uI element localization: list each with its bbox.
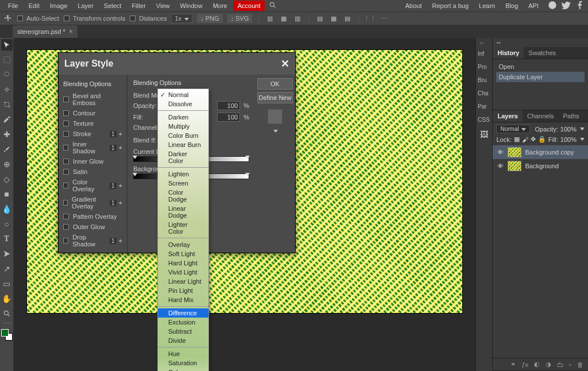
visibility-icon[interactable]: 👁 bbox=[496, 163, 504, 169]
lock-transparent-icon[interactable]: ▦ bbox=[514, 136, 520, 143]
search-icon[interactable] bbox=[266, 1, 280, 11]
wand-tool[interactable]: ✧ bbox=[1, 84, 13, 95]
layer-name[interactable]: Background copy bbox=[525, 149, 574, 156]
align-right-icon[interactable]: ▥ bbox=[293, 14, 302, 23]
close-dialog-icon[interactable]: ✕ bbox=[281, 57, 289, 70]
pen-tool[interactable] bbox=[1, 248, 13, 260]
align-left-icon[interactable]: ▥ bbox=[265, 14, 274, 23]
collapse-left-icon[interactable]: ‹› bbox=[479, 39, 483, 46]
link-learn[interactable]: Learn bbox=[474, 1, 500, 11]
healing-tool[interactable]: ✚ bbox=[1, 129, 13, 140]
style-color-overlay[interactable]: Color Overlay1+ bbox=[62, 177, 123, 194]
lock-image-icon[interactable]: 🖌 bbox=[522, 136, 528, 143]
menu-more[interactable]: More bbox=[208, 1, 232, 11]
blend-mode-option[interactable]: Color Burn bbox=[158, 131, 208, 140]
minitab-properties[interactable]: Pro bbox=[476, 60, 492, 74]
blend-mode-option[interactable]: Hard Light bbox=[158, 258, 208, 268]
tab-paths[interactable]: Paths bbox=[558, 110, 583, 122]
ok-button[interactable]: OK bbox=[257, 78, 293, 90]
blend-mode-option[interactable]: Exclusion bbox=[158, 318, 208, 327]
facebook-icon[interactable] bbox=[575, 1, 585, 11]
crop-tool[interactable] bbox=[1, 99, 13, 110]
menu-layer[interactable]: Layer bbox=[73, 1, 98, 11]
history-item-open[interactable]: Open bbox=[496, 61, 585, 72]
blend-mode-option[interactable]: Darken bbox=[158, 113, 208, 122]
clone-tool[interactable]: ⊕ bbox=[1, 159, 13, 170]
blend-mode-option[interactable]: Linear Burn bbox=[158, 140, 208, 149]
type-tool[interactable]: T bbox=[1, 233, 13, 245]
layer-thumbnail[interactable] bbox=[508, 147, 521, 157]
fx-icon[interactable]: ƒx bbox=[521, 361, 528, 368]
blend-mode-option[interactable]: Subtract bbox=[158, 327, 208, 336]
style-satin[interactable]: Satin bbox=[62, 167, 123, 177]
blend-mode-option[interactable]: Difference bbox=[158, 308, 208, 318]
new-layer-icon[interactable]: ▫ bbox=[569, 361, 571, 368]
opacity-input[interactable]: 100 bbox=[217, 101, 240, 110]
minitab-character[interactable]: Cha bbox=[476, 87, 492, 100]
blend-mode-option[interactable]: Linear Light bbox=[158, 277, 208, 286]
document-tab[interactable]: stereogram.psd * × bbox=[13, 25, 78, 38]
fill-dropdown-icon[interactable] bbox=[580, 138, 585, 141]
style-drop-shadow[interactable]: Drop Shadow1+ bbox=[62, 232, 123, 249]
distances-toggle[interactable]: Distances bbox=[130, 15, 167, 22]
blend-mode-option[interactable]: Linear Dodge bbox=[158, 204, 208, 220]
menu-select[interactable]: Select bbox=[99, 1, 126, 11]
minitab-brush[interactable]: Bru bbox=[476, 74, 492, 87]
opacity-dropdown-icon[interactable] bbox=[580, 127, 585, 130]
blend-mode-option[interactable]: Soft Light bbox=[158, 249, 208, 258]
blend-mode-option[interactable]: Vivid Light bbox=[158, 268, 208, 277]
menu-filter[interactable]: Filter bbox=[127, 1, 150, 11]
twitter-icon[interactable] bbox=[562, 1, 571, 11]
minitab-paragraph[interactable]: Par bbox=[476, 100, 492, 113]
color-swatch[interactable] bbox=[1, 329, 13, 341]
opacity-value[interactable]: 100% bbox=[560, 126, 577, 133]
adjustment-icon[interactable]: ◑ bbox=[546, 361, 551, 368]
auto-select-toggle[interactable]: Auto-Select bbox=[17, 15, 59, 22]
fill-value[interactable]: 100% bbox=[560, 136, 577, 143]
layer-row[interactable]: 👁 Background copy bbox=[493, 145, 588, 159]
zoom-tool[interactable] bbox=[1, 308, 13, 319]
trash-icon[interactable]: 🗑 bbox=[577, 361, 583, 368]
tab-history[interactable]: History bbox=[493, 47, 524, 59]
blend-mode-option[interactable]: Hard Mix bbox=[158, 295, 208, 304]
eraser-tool[interactable]: ◇ bbox=[1, 173, 13, 185]
minitab-image-icon[interactable]: 🖼 bbox=[476, 126, 492, 142]
blend-mode-option[interactable]: Color bbox=[158, 368, 208, 371]
blend-mode-option[interactable]: Dissolve bbox=[158, 99, 208, 109]
layer-thumbnail[interactable] bbox=[508, 161, 521, 171]
fill-input[interactable]: 100 bbox=[217, 113, 240, 122]
distribute-icon[interactable]: ⋮⋮ bbox=[365, 14, 374, 23]
link-blog[interactable]: Blog bbox=[501, 1, 523, 11]
export-svg-button[interactable]: ↓ SVG bbox=[227, 14, 253, 23]
blend-mode-option[interactable]: Color Dodge bbox=[158, 188, 208, 204]
menu-file[interactable]: File bbox=[3, 1, 23, 11]
style-inner-glow[interactable]: Inner Glow bbox=[62, 156, 123, 167]
link-about[interactable]: About bbox=[401, 1, 427, 11]
dodge-tool[interactable]: ○ bbox=[1, 218, 13, 230]
mask-icon[interactable]: ◐ bbox=[534, 361, 540, 368]
menu-window[interactable]: Window bbox=[176, 1, 207, 11]
history-item-duplicate[interactable]: Duplicate Layer bbox=[496, 72, 585, 82]
move-tool[interactable] bbox=[1, 39, 13, 51]
define-new-button[interactable]: Define New bbox=[257, 92, 293, 103]
layer-blend-mode-select[interactable]: Normal bbox=[496, 125, 530, 133]
layer-name[interactable]: Background bbox=[525, 163, 559, 169]
marquee-tool[interactable] bbox=[1, 54, 13, 65]
brush-tool[interactable] bbox=[1, 144, 13, 155]
style-gradient-overlay[interactable]: Gradient Overlay1+ bbox=[62, 194, 123, 211]
blur-tool[interactable]: 💧 bbox=[1, 203, 13, 215]
shape-tool[interactable]: ▭ bbox=[1, 278, 13, 289]
collapse-handle-icon[interactable]: •• bbox=[496, 39, 501, 46]
blend-mode-option[interactable]: Pin Light bbox=[158, 286, 208, 295]
tab-swatches[interactable]: Swatches bbox=[524, 47, 560, 59]
reddit-icon[interactable] bbox=[548, 1, 557, 11]
style-outer-glow[interactable]: Outer Glow bbox=[62, 222, 123, 232]
more-options-icon[interactable]: ⋯ bbox=[379, 14, 388, 23]
menu-image[interactable]: Image bbox=[45, 1, 72, 11]
style-bevel[interactable]: Bevel and Emboss bbox=[62, 91, 123, 108]
style-inner-shadow[interactable]: Inner Shadow1+ bbox=[62, 139, 123, 156]
blend-mode-option[interactable]: Overlay bbox=[158, 240, 208, 249]
blend-mode-option[interactable]: Normal bbox=[158, 90, 208, 99]
blend-mode-option[interactable]: Lighten bbox=[158, 169, 208, 179]
menu-view[interactable]: View bbox=[152, 1, 175, 11]
